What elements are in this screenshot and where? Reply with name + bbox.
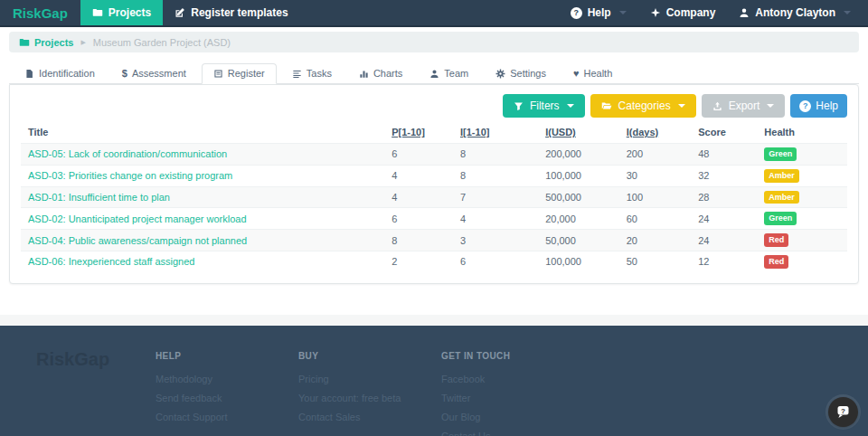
heart-icon: ♥ <box>573 69 580 79</box>
footer-link-contact-support[interactable]: Contact Support <box>156 408 298 427</box>
tab-team[interactable]: Team <box>418 63 480 84</box>
chevron-down-icon <box>567 104 574 108</box>
filters-button[interactable]: Filters <box>503 94 585 118</box>
nav-item-label: Help <box>588 6 611 19</box>
risk-title-link[interactable]: ASD-03: Priorities change on existing pr… <box>28 170 232 181</box>
column-header-probability[interactable]: P[1-10] <box>384 123 453 144</box>
table-header-row: Title P[1-10] I[1-10] I(USD) I(days) Sco… <box>21 123 847 144</box>
table-row: ASD-06: Inexperienced staff assigned 2 6… <box>21 251 847 271</box>
nav-item-user-menu[interactable]: Antony Clayton <box>727 0 863 25</box>
health-status-badge: Red <box>764 255 788 269</box>
risk-title-link[interactable]: ASD-02: Unanticipated project manager wo… <box>28 213 247 224</box>
nav-item-company[interactable]: Company <box>638 0 728 25</box>
chat-widget-button[interactable]: ? <box>828 397 858 427</box>
breadcrumb: Projects ▶ Museum Garden Project (ASD) <box>9 32 859 52</box>
register-toolbar: Filters Categories Export ? Help <box>21 94 847 118</box>
footer-link-methodology[interactable]: Methodology <box>156 370 298 389</box>
cell-impact-usd: 200,000 <box>538 144 619 166</box>
footer-column-help: HELP Methodology Send feedback Contact S… <box>156 349 298 436</box>
export-button[interactable]: Export <box>702 94 786 118</box>
footer-link-send-feedback[interactable]: Send feedback <box>156 389 298 408</box>
cell-impact-usd: 20,000 <box>538 208 619 230</box>
footer-link-facebook[interactable]: Facebook <box>441 370 584 389</box>
cell-score: 48 <box>691 144 757 166</box>
cell-impact: 7 <box>453 186 538 208</box>
cell-probability: 4 <box>384 165 453 186</box>
cell-impact: 3 <box>453 230 538 251</box>
footer-column-buy: BUY Pricing Your account: free beta Cont… <box>298 349 441 436</box>
breadcrumb-root-label: Projects <box>34 37 73 48</box>
cell-score: 24 <box>691 230 757 251</box>
tab-tasks[interactable]: Tasks <box>280 63 344 84</box>
cell-impact-usd: 100,000 <box>538 165 619 186</box>
footer-link-twitter[interactable]: Twitter <box>441 389 584 408</box>
nav-item-help[interactable]: ? Help <box>559 0 638 25</box>
nav-item-projects[interactable]: Projects <box>80 0 163 25</box>
footer-column-get-in-touch: GET IN TOUCH Facebook Twitter Our Blog C… <box>441 349 584 436</box>
categories-button[interactable]: Categories <box>590 94 696 118</box>
footer-divider-strip <box>0 315 868 326</box>
table-row: ASD-04: Public awareness/campaign not pl… <box>21 230 847 251</box>
chevron-down-icon <box>844 11 851 14</box>
column-header-score: Score <box>691 123 757 144</box>
filter-funnel-icon <box>514 101 524 111</box>
health-status-badge: Amber <box>764 191 799 204</box>
cell-impact-days: 30 <box>619 165 692 186</box>
footer-column-heading: HELP <box>156 351 298 361</box>
column-header-health: Health <box>757 123 847 144</box>
help-circle-icon: ? <box>571 7 582 19</box>
footer-link-contact-sales[interactable]: Contact Sales <box>298 408 441 427</box>
tab-label: Identification <box>39 68 95 79</box>
tab-identification[interactable]: Identification <box>13 63 107 84</box>
risk-title-link[interactable]: ASD-06: Inexperienced staff assigned <box>28 256 194 267</box>
cell-impact: 6 <box>453 251 538 271</box>
tab-settings[interactable]: Settings <box>484 63 558 84</box>
chevron-down-icon <box>619 11 627 14</box>
nav-item-label: Antony Clayton <box>755 6 835 19</box>
risk-title-link[interactable]: ASD-04: Public awareness/campaign not pl… <box>28 235 247 246</box>
breadcrumb-separator-icon: ▶ <box>80 39 85 46</box>
column-header-impact[interactable]: I[1-10] <box>453 123 538 144</box>
cell-impact-days: 60 <box>619 208 692 230</box>
risk-title-link[interactable]: ASD-01: Insufficient time to plan <box>28 192 170 203</box>
dollar-icon: $ <box>122 68 127 79</box>
column-header-impact-usd[interactable]: I(USD) <box>538 123 619 144</box>
tab-register[interactable]: Register <box>202 63 277 84</box>
cell-impact-days: 20 <box>619 230 692 251</box>
tab-label: Charts <box>373 68 402 79</box>
risk-register-table: Title P[1-10] I[1-10] I(USD) I(days) Sco… <box>21 123 847 272</box>
tab-label: Settings <box>510 68 546 79</box>
help-button[interactable]: ? Help <box>790 94 847 118</box>
cell-probability: 6 <box>384 208 453 230</box>
cell-score: 12 <box>691 251 757 271</box>
table-row: ASD-02: Unanticipated project manager wo… <box>21 208 847 230</box>
tab-charts[interactable]: Charts <box>347 63 414 84</box>
navbar-right-group: ? Help Company Antony Clayton <box>559 0 868 25</box>
cell-impact-usd: 100,000 <box>538 251 619 271</box>
tab-health[interactable]: ♥ Health <box>561 63 624 84</box>
tasks-list-icon <box>292 69 302 79</box>
cell-probability: 8 <box>384 230 453 251</box>
breadcrumb-current-page: Museum Garden Project (ASD) <box>93 37 231 48</box>
table-row: ASD-05: Lack of coordination/communicati… <box>21 144 847 166</box>
nav-item-register-templates[interactable]: Register templates <box>163 0 299 25</box>
tab-label: Team <box>444 68 468 79</box>
cell-impact-usd: 500,000 <box>538 186 619 208</box>
brand-logo[interactable]: RiskGap <box>0 0 80 25</box>
tab-assessment[interactable]: $ Assessment <box>110 63 198 84</box>
health-status-badge: Green <box>764 212 797 225</box>
top-navbar: RiskGap Projects Register templates ? He… <box>0 0 868 27</box>
risk-title-link[interactable]: ASD-05: Lack of coordination/communicati… <box>28 148 227 159</box>
footer-link-pricing[interactable]: Pricing <box>298 370 441 389</box>
register-panel: Filters Categories Export ? Help <box>9 84 859 284</box>
help-circle-icon: ? <box>799 100 811 112</box>
help-button-label: Help <box>816 100 838 112</box>
folder-icon <box>92 7 103 18</box>
footer-link-our-blog[interactable]: Our Blog <box>441 408 584 427</box>
column-header-impact-days[interactable]: I(days) <box>619 123 692 144</box>
user-icon <box>739 7 750 18</box>
footer-link-contact-us[interactable]: Contact Us <box>441 427 584 436</box>
folder-icon <box>19 37 30 48</box>
footer-link-your-account[interactable]: Your account: free beta <box>298 389 441 408</box>
breadcrumb-projects-link[interactable]: Projects <box>19 37 73 48</box>
